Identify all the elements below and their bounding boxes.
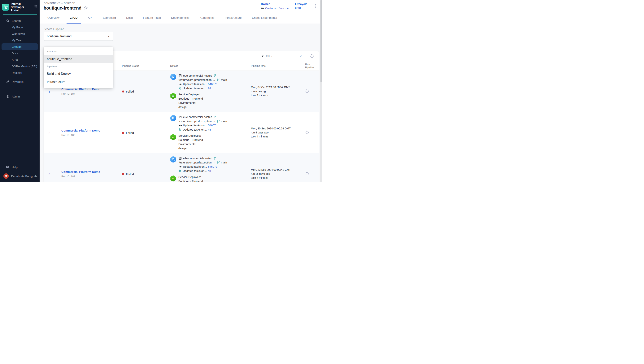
sidebar-item-apis[interactable]: APIs xyxy=(2,56,38,63)
tab-infrastructure[interactable]: Infrastructure xyxy=(220,12,247,24)
sidebar-item-devtools[interactable]: DevTools xyxy=(2,78,38,85)
pr-message: Updated tasks on... xyxy=(183,169,207,173)
sidebar-divider xyxy=(3,77,37,77)
menu-item-pipeline[interactable]: Infrastructure xyxy=(44,78,113,86)
search-icon xyxy=(6,19,10,22)
pipeline-link[interactable]: Commercial Platform Demo xyxy=(62,170,100,174)
sidebar-item-dora-metrics-sei[interactable]: DORA Metrics (SEI) xyxy=(2,63,38,70)
sidebar-item-label: DevTools xyxy=(12,80,24,83)
sidebar-nav: SearchMy PageWorkflowsMy TeamCatalogDocs… xyxy=(0,18,40,76)
avatar: DP xyxy=(4,174,9,179)
retry-icon[interactable] xyxy=(305,89,310,93)
tab-ci-cd[interactable]: CI/CD xyxy=(65,12,83,24)
select-value: boutique_frontend xyxy=(47,34,72,38)
brand: Internal Developer Portal xyxy=(0,0,40,12)
app-logo-icon[interactable] xyxy=(2,4,9,11)
sidebar-item-admin[interactable]: Admin xyxy=(2,93,38,100)
page-scrollbar[interactable] xyxy=(320,0,322,182)
column-header: Run Pipeline xyxy=(302,63,316,69)
run-index: 3 xyxy=(44,172,62,176)
column-header: Pipeline Status xyxy=(121,64,170,67)
sidebar-item-workflows[interactable]: Workflows xyxy=(2,30,38,37)
pr-link[interactable]: #8 xyxy=(208,128,211,132)
retry-icon[interactable] xyxy=(305,130,310,134)
sidebar-spacer xyxy=(0,100,40,164)
run-date: Mon, 30 Sep 2024 00:00:28 GMT xyxy=(251,127,302,130)
tab-kubernetes[interactable]: Kubernetes xyxy=(195,12,220,24)
refresh-icon[interactable] xyxy=(310,54,314,59)
commit-link[interactable]: 54607b xyxy=(208,123,217,128)
column-header: Details xyxy=(170,64,251,67)
branch-icon xyxy=(217,78,220,82)
branch-icon xyxy=(214,157,216,160)
sidebar-item-label: My Team xyxy=(12,38,23,42)
tab-dependencies[interactable]: Dependencies xyxy=(166,12,195,24)
target-branch: main xyxy=(221,119,227,123)
filter-input[interactable] xyxy=(266,54,298,58)
menu-section-services: Services xyxy=(44,48,113,55)
menu-item-pipeline[interactable]: Build and Deploy xyxy=(44,70,113,78)
sidebar-item-register[interactable]: Register xyxy=(2,70,38,76)
deployed-label: Service Deployed: xyxy=(178,175,203,179)
tab-api[interactable]: API xyxy=(82,12,98,24)
users-icon xyxy=(261,6,264,10)
tab-feature-flags[interactable]: Feature Flags xyxy=(138,12,166,24)
menu-item-service[interactable]: boutique_frontend xyxy=(44,55,113,63)
sidebar-item-label: Register xyxy=(12,71,22,74)
star-icon[interactable] xyxy=(84,6,88,10)
sidebar-item-my-team[interactable]: My Team xyxy=(2,37,38,44)
sidebar-item-help[interactable]: ? Help xyxy=(2,164,38,170)
run-id: Run ID: 184 xyxy=(62,92,121,95)
status-failed-dot-icon xyxy=(122,90,124,92)
owner-link[interactable]: Customer Success xyxy=(265,6,289,10)
pipeline-run-row: 2Commercial Platform DemoRun ID: 183Fail… xyxy=(44,112,319,153)
repo-name: e2e-commercial-hosted xyxy=(183,115,212,119)
pr-message: Updated tasks on... xyxy=(183,128,207,132)
scrollbar-thumb[interactable] xyxy=(320,0,322,82)
tab-docs[interactable]: Docs xyxy=(121,12,138,24)
gear-icon xyxy=(6,94,10,98)
commit-link[interactable]: 54607b xyxy=(208,164,217,169)
run-details: e2e-commercial-hostedfeature/corruptedex… xyxy=(170,154,251,182)
service-pipeline-select[interactable]: boutique_frontend ▲ xyxy=(44,32,113,41)
ci-stage-icon xyxy=(170,156,176,162)
tab-chaos-experiments[interactable]: Chaos Experiments xyxy=(247,12,282,24)
pr-link[interactable]: #8 xyxy=(208,86,211,90)
user-menu[interactable]: DP Debabrata Panigrahi xyxy=(0,173,40,182)
arrow-right-icon: → xyxy=(213,119,216,123)
menu-section-pipelines: Pipelines xyxy=(44,63,113,70)
status-label: Failed xyxy=(126,172,134,176)
deployed-service: Boutique - Frontend xyxy=(178,179,203,182)
commit-icon xyxy=(178,165,182,168)
sidebar-item-label: Admin xyxy=(12,95,20,98)
tab-label: CI/CD xyxy=(70,16,78,19)
repo-name: e2e-commercial-hosted xyxy=(183,156,212,160)
breadcrumb: COMPONENT — SERVICE xyxy=(44,2,88,4)
pipeline-run-row: 3Commercial Platform DemoRun ID: 182Fail… xyxy=(44,153,319,182)
pipeline-status: Failed xyxy=(121,172,170,176)
sidebar-item-label: Catalog xyxy=(12,45,22,48)
pipeline-link[interactable]: Commercial Platform Demo xyxy=(62,88,100,91)
sidebar-item-docs[interactable]: Docs xyxy=(2,50,38,56)
commit-link[interactable]: 54607b xyxy=(208,82,217,86)
pipeline-time: Mon, 23 Sep 2024 00:00:41 GMTrun 15 days… xyxy=(251,168,302,180)
tab-overview[interactable]: Overview xyxy=(42,12,65,24)
lifecycle-block: Lifecycle prod xyxy=(295,2,307,9)
tab-scorecard[interactable]: Scorecard xyxy=(98,12,121,24)
sidebar-item-search[interactable]: Search xyxy=(2,18,38,24)
kebab-menu-icon[interactable] xyxy=(314,2,317,10)
app-title: Internal Developer Portal xyxy=(11,2,32,12)
ci-stage-icon xyxy=(170,74,176,80)
environments-label: Environments: xyxy=(178,142,203,146)
apps-grid-icon[interactable] xyxy=(34,5,37,9)
entity-meta: Owner Customer Success Lifecycle prod xyxy=(261,2,317,10)
sidebar-item-my-page[interactable]: My Page xyxy=(2,24,38,30)
clear-filter-icon[interactable]: × xyxy=(300,54,302,58)
pr-link[interactable]: #8 xyxy=(208,169,211,173)
branch-icon xyxy=(214,116,216,118)
sidebar-item-catalog[interactable]: Catalog xyxy=(2,44,38,50)
sidebar-item-label: My Page xyxy=(12,26,23,29)
retry-icon[interactable] xyxy=(305,171,310,176)
ci-stage-icon xyxy=(170,115,176,121)
pipeline-link[interactable]: Commercial Platform Demo xyxy=(62,129,100,132)
